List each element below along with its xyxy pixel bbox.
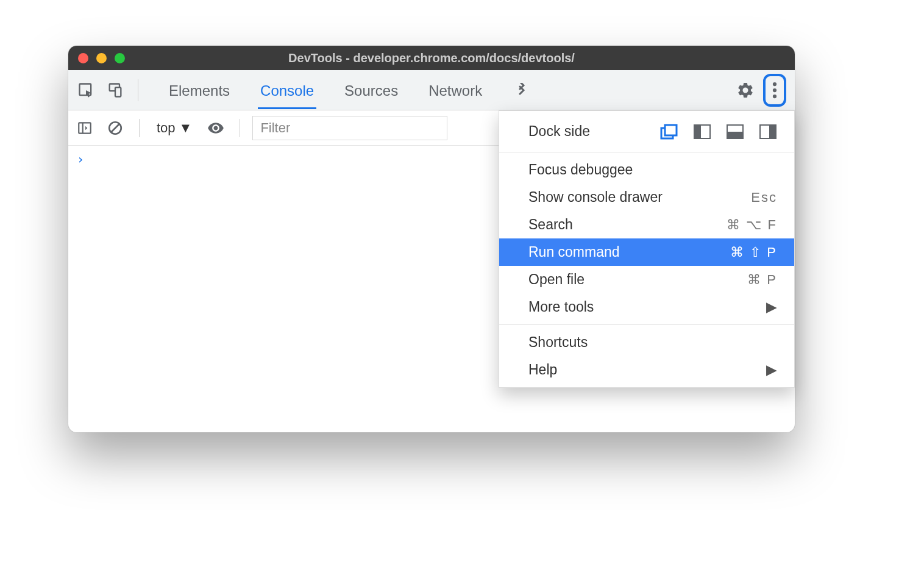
menu-section-commands: Focus debuggee Show console drawer Esc S… (499, 152, 794, 324)
inspect-element-icon[interactable] (74, 79, 98, 102)
menu-item-label: Open file (528, 271, 747, 288)
dock-left-icon[interactable] (693, 124, 711, 140)
svg-point-4 (773, 88, 777, 91)
tab-network[interactable]: Network (426, 71, 485, 109)
dock-side-label: Dock side (528, 123, 590, 140)
svg-point-3 (773, 82, 777, 85)
menu-item-show-console-drawer[interactable]: Show console drawer Esc (499, 184, 794, 211)
svg-rect-15 (727, 132, 743, 138)
maximize-window-button[interactable] (115, 53, 125, 63)
filter-input[interactable] (252, 116, 447, 140)
console-prompt-icon[interactable]: › (77, 152, 84, 166)
devtools-window: DevTools - developer.chrome.com/docs/dev… (68, 46, 795, 432)
window-title: DevTools - developer.chrome.com/docs/dev… (68, 51, 795, 65)
shortcut-text: ⌘ ⌥ F (727, 217, 777, 233)
svg-rect-13 (694, 125, 700, 138)
menu-item-label: Run command (528, 244, 730, 260)
svg-rect-2 (115, 87, 121, 96)
svg-rect-17 (770, 125, 776, 138)
subtoolbar-divider-2 (240, 119, 240, 137)
menu-item-label: Search (528, 216, 727, 233)
clear-console-icon[interactable] (104, 116, 127, 140)
shortcut-text: Esc (751, 190, 777, 206)
menu-item-label: Focus debuggee (528, 162, 777, 178)
context-selector[interactable]: top ▼ (152, 120, 197, 136)
menu-item-label: Show console drawer (528, 189, 751, 206)
panel-tabs: Elements Console Sources Network (154, 71, 533, 109)
menu-item-label: Shortcuts (528, 334, 777, 351)
context-label: top (157, 120, 176, 136)
minimize-window-button[interactable] (96, 53, 107, 63)
menu-item-label: More tools (528, 299, 766, 315)
menu-item-label: Help (528, 362, 766, 378)
toolbar-divider (138, 79, 138, 101)
shortcut-text: ⌘ P (747, 272, 777, 288)
settings-icon[interactable] (734, 79, 757, 102)
menu-item-help[interactable]: Help ▶ (499, 356, 794, 384)
menu-item-open-file[interactable]: Open file ⌘ P (499, 266, 794, 293)
shortcut-text: ⌘ ⇧ P (730, 245, 777, 260)
svg-line-9 (112, 124, 119, 132)
device-toggle-icon[interactable] (104, 79, 127, 102)
menu-item-search[interactable]: Search ⌘ ⌥ F (499, 211, 794, 238)
submenu-arrow-icon: ▶ (766, 362, 777, 378)
menu-item-shortcuts[interactable]: Shortcuts (499, 329, 794, 356)
live-expression-icon[interactable] (204, 116, 227, 140)
toolbar-right (734, 74, 789, 107)
subtoolbar-divider (139, 119, 140, 137)
kebab-menu-highlight (763, 74, 786, 107)
customize-menu: Dock side (499, 110, 795, 388)
more-tabs-icon[interactable] (510, 79, 533, 102)
menu-item-more-tools[interactable]: More tools ▶ (499, 293, 794, 321)
menu-section-help: Shortcuts Help ▶ (499, 325, 794, 387)
submenu-arrow-icon: ▶ (766, 299, 777, 315)
dropdown-triangle-icon: ▼ (179, 120, 193, 136)
traffic-lights (78, 53, 125, 63)
tab-sources[interactable]: Sources (342, 71, 400, 109)
titlebar: DevTools - developer.chrome.com/docs/dev… (68, 46, 795, 70)
close-window-button[interactable] (78, 53, 88, 63)
dock-side-options (660, 124, 777, 140)
dock-undock-icon[interactable] (660, 124, 678, 140)
tab-elements[interactable]: Elements (166, 71, 232, 109)
dock-bottom-icon[interactable] (726, 124, 744, 140)
toggle-sidebar-icon[interactable] (73, 116, 96, 140)
dock-side-row: Dock side (499, 111, 794, 152)
dock-right-icon[interactable] (759, 124, 777, 140)
main-toolbar: Elements Console Sources Network (68, 70, 795, 110)
svg-rect-11 (665, 125, 677, 135)
menu-item-focus-debuggee[interactable]: Focus debuggee (499, 156, 794, 184)
kebab-menu-icon[interactable] (767, 79, 783, 102)
svg-point-5 (773, 94, 777, 98)
tab-console[interactable]: Console (258, 71, 316, 109)
toolbar-left (74, 79, 154, 102)
menu-item-run-command[interactable]: Run command ⌘ ⇧ P (499, 238, 794, 266)
svg-rect-6 (79, 123, 91, 133)
